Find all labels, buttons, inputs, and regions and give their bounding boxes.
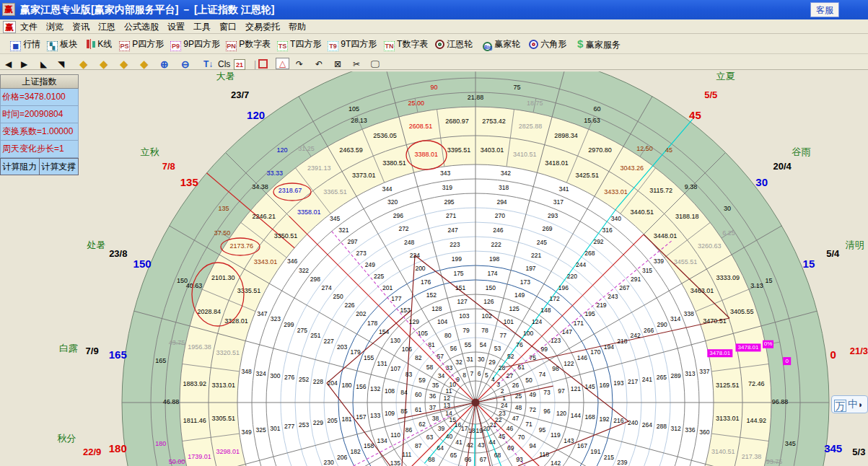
svg-text:296: 296 [393, 212, 403, 219]
svg-text:72.46: 72.46 [748, 380, 765, 387]
svg-text:122: 122 [564, 360, 574, 367]
svg-text:95: 95 [539, 426, 546, 434]
svg-text:100: 100 [523, 330, 533, 337]
svg-text:2028.84: 2028.84 [197, 308, 221, 315]
svg-text:133: 133 [370, 412, 380, 419]
svg-text:56: 56 [450, 345, 457, 352]
svg-text:340: 340 [611, 215, 621, 222]
svg-text:83: 83 [405, 371, 413, 378]
svg-text:37.50: 37.50 [214, 229, 231, 237]
svg-text:239: 239 [617, 459, 627, 466]
svg-text:29: 29 [488, 359, 496, 366]
svg-text:2825.88: 2825.88 [519, 123, 543, 130]
svg-text:44: 44 [488, 439, 496, 446]
svg-text:154: 154 [379, 328, 389, 335]
svg-text:5/3: 5/3 [852, 447, 865, 457]
svg-text:206: 206 [337, 454, 347, 461]
svg-text:105: 105 [348, 105, 359, 113]
svg-text:218: 218 [617, 338, 627, 345]
svg-text:217: 217 [628, 378, 638, 385]
svg-text:268: 268 [584, 250, 595, 257]
svg-text:288: 288 [657, 423, 667, 430]
svg-text:2101.30: 2101.30 [211, 274, 235, 281]
svg-text:47: 47 [512, 415, 520, 422]
svg-text:289: 289 [671, 372, 681, 379]
svg-text:273: 273 [356, 250, 367, 257]
svg-text:319: 319 [442, 184, 452, 191]
svg-text:314: 314 [670, 315, 680, 322]
svg-text:322: 322 [299, 267, 309, 274]
svg-text:3313.01: 3313.01 [211, 382, 235, 389]
svg-text:292: 292 [593, 238, 603, 245]
svg-text:9.38: 9.38 [685, 183, 698, 190]
svg-text:清明: 清明 [846, 239, 864, 250]
svg-text:33.33: 33.33 [267, 170, 284, 177]
svg-text:275: 275 [297, 327, 307, 334]
svg-text:180: 180 [109, 442, 127, 454]
svg-text:白露: 白露 [59, 343, 78, 353]
svg-text:230: 230 [324, 459, 334, 466]
svg-text:152: 152 [426, 291, 437, 299]
svg-text:4: 4 [491, 376, 495, 383]
svg-text:347: 347 [257, 310, 267, 317]
svg-text:3425.51: 3425.51 [576, 172, 600, 179]
svg-text:3470.51: 3470.51 [703, 317, 727, 325]
svg-text:191: 191 [590, 448, 600, 455]
svg-text:157: 157 [356, 413, 366, 421]
svg-text:39: 39 [438, 425, 445, 432]
svg-text:3403.01: 3403.01 [481, 146, 504, 154]
svg-text:246: 246 [493, 227, 503, 234]
svg-text:36: 36 [429, 392, 437, 400]
svg-text:169: 169 [599, 382, 609, 389]
svg-text:243: 243 [608, 293, 618, 300]
svg-text:221: 221 [531, 252, 541, 259]
svg-text:277: 277 [284, 423, 294, 430]
svg-text:125: 125 [509, 305, 520, 312]
svg-text:15: 15 [803, 258, 815, 270]
svg-text:108: 108 [385, 387, 395, 395]
svg-text:77: 77 [500, 332, 507, 339]
svg-text:22/9: 22/9 [83, 447, 101, 457]
svg-text:40: 40 [446, 433, 453, 440]
svg-text:45: 45 [665, 146, 672, 154]
svg-text:60: 60 [415, 391, 422, 398]
svg-text:43.75: 43.75 [169, 339, 185, 346]
svg-text:11: 11 [446, 387, 452, 395]
svg-text:345: 345 [824, 442, 842, 454]
svg-text:320: 320 [387, 198, 398, 206]
svg-text:12.50: 12.50 [636, 145, 653, 152]
svg-text:293: 293 [548, 212, 558, 219]
svg-text:61: 61 [415, 406, 422, 413]
svg-text:253: 253 [299, 421, 309, 428]
svg-text:15: 15 [765, 277, 772, 284]
svg-text:150: 150 [133, 258, 152, 270]
svg-text:248: 248 [404, 239, 414, 246]
svg-text:72: 72 [530, 406, 537, 413]
svg-text:70: 70 [518, 434, 525, 441]
svg-text:3260.63: 3260.63 [698, 242, 722, 250]
svg-text:21.88: 21.88 [468, 94, 484, 101]
svg-text:94: 94 [530, 442, 537, 449]
svg-text:0: 0 [785, 358, 789, 364]
svg-text:267: 267 [619, 284, 629, 291]
svg-text:315: 315 [642, 267, 652, 274]
svg-text:大暑: 大暑 [216, 71, 235, 82]
svg-text:2246.21: 2246.21 [253, 213, 276, 220]
svg-text:171: 171 [574, 320, 584, 327]
svg-text:23/7: 23/7 [231, 89, 249, 100]
svg-text:96: 96 [543, 408, 551, 415]
svg-text:5: 5 [485, 372, 488, 379]
svg-text:105: 105 [418, 330, 428, 337]
svg-text:24: 24 [501, 402, 508, 409]
svg-text:34.38: 34.38 [252, 183, 268, 190]
svg-text:134: 134 [377, 437, 387, 444]
svg-text:37: 37 [429, 404, 437, 411]
svg-text:31: 31 [466, 356, 473, 363]
svg-text:126: 126 [483, 298, 494, 305]
svg-text:109: 109 [385, 410, 395, 417]
svg-text:172: 172 [550, 295, 560, 302]
svg-text:146: 146 [577, 354, 587, 361]
svg-text:313: 313 [685, 370, 695, 377]
svg-text:3418.01: 3418.01 [545, 159, 569, 167]
svg-text:180: 180 [155, 440, 166, 447]
